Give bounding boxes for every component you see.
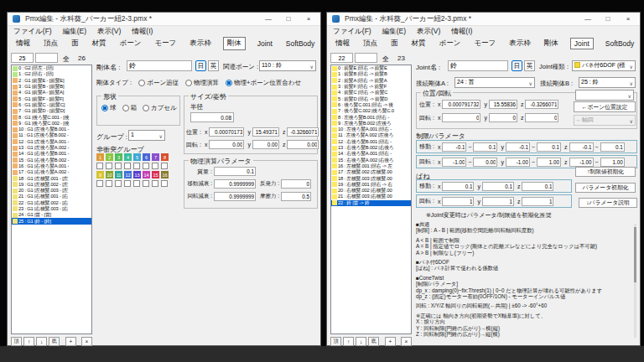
tab-頂点[interactable]: 頂点 — [361, 38, 379, 49]
rot-max-x-field[interactable] — [473, 158, 497, 167]
tab-ボーン[interactable]: ボーン — [118, 38, 143, 49]
position-x-field[interactable] — [209, 127, 244, 137]
collision-group-checkbox[interactable] — [106, 163, 112, 169]
list-filter-field[interactable] — [35, 53, 58, 63]
list-item[interactable]: 11 : G1 |左後ろ髪B.002 - — [12, 132, 91, 138]
collision-group-checkbox[interactable] — [152, 180, 158, 187]
move-min-y-field[interactable] — [506, 142, 530, 152]
collision-group-checkbox[interactable] — [96, 163, 103, 169]
list-index-field[interactable] — [11, 53, 34, 63]
position-y-field[interactable] — [489, 100, 517, 109]
collision-group-cell[interactable]: 10 — [106, 171, 113, 178]
list-item[interactable]: 6 : 後ろ髪C.001 |頭右 -> 後 — [331, 102, 411, 108]
radio-option[interactable]: 物理演算 — [185, 79, 219, 87]
bone-position-button[interactable]: ←ボーン位置設定 — [574, 101, 636, 112]
rotation-y-field[interactable] — [489, 113, 517, 122]
spring-move-y-field[interactable] — [482, 182, 514, 191]
group-combo[interactable]: 1 — [128, 130, 165, 141]
menu-編集(E)[interactable]: 編集(E) — [63, 27, 86, 37]
list-item[interactable]: 2 : 前髪A |頭右 -> 前髪A — [331, 78, 411, 84]
list-item[interactable]: 3 : 前髪F |頭右 -> 前髪F — [331, 84, 411, 90]
friction-field[interactable] — [281, 192, 311, 201]
menu-ファイル(F)[interactable]: ファイル(F) — [333, 27, 371, 37]
list-item[interactable]: 17 : 左横髪.002 |左横髪.00 — [331, 169, 411, 175]
collision-group-checkbox[interactable] — [124, 180, 131, 187]
list-item[interactable]: 18 : G1 |左横髪.001 - [左 — [12, 175, 91, 181]
list-top-button[interactable]: 頂 — [330, 337, 341, 346]
list-item[interactable]: 20 : G1 |左横髪.003 - [左 — [12, 188, 91, 194]
list-add-button[interactable]: + — [385, 337, 396, 346]
list-item[interactable]: 22 : 鈴 |首 -> 鈴 — [331, 200, 411, 206]
list-item[interactable]: 5 : 前髪D |頭右 -> 前髪D — [331, 96, 411, 101]
tab-表示枠[interactable]: 表示枠 — [507, 38, 532, 49]
list-item[interactable]: 1 : 前髪B |頭右 -> 前髪B — [331, 71, 411, 77]
list-item[interactable]: 15 : 右後ろ髪A.002 |右後ろ — [331, 157, 411, 163]
collision-group-cell[interactable]: 6 — [143, 153, 150, 161]
list-item[interactable]: 17 : G1 |右後ろ髪A.002 - — [12, 169, 91, 175]
repulsion-field[interactable] — [281, 179, 311, 189]
collision-group-checkbox[interactable] — [161, 180, 168, 187]
collision-group-cell[interactable]: 9 — [96, 171, 104, 178]
radio-option[interactable]: 箱 — [122, 104, 138, 112]
description-scrollbar-thumb[interactable] — [634, 227, 636, 282]
position-z-field[interactable] — [287, 127, 319, 137]
tab-頂点[interactable]: 頂点 — [42, 38, 60, 49]
list-item[interactable]: 18 : 左横髪.003 |左横髪.00 — [331, 175, 411, 181]
collision-group-checkbox[interactable] — [115, 180, 122, 187]
list-item[interactable]: 16 : 左横髪.001 |頭右 -> 左 — [331, 163, 411, 169]
axis-preset-combo[interactable] — [575, 90, 634, 101]
list-item[interactable]: 7 : 後ろ髪C.002 |後ろ髪C.0 — [331, 108, 411, 114]
radio-option[interactable]: ボーン追従 — [138, 79, 179, 87]
list-item[interactable]: 3 : G1 |前髪B - [前髪B] — [12, 84, 91, 90]
collision-group-cell[interactable]: 4 — [124, 153, 132, 161]
list-item[interactable]: 23 : G1 |右横髪.003 - [右 — [12, 206, 91, 212]
position-z-field[interactable] — [525, 100, 558, 109]
collision-group-checkbox[interactable] — [152, 163, 158, 169]
rot-min-y-field[interactable] — [506, 158, 530, 167]
tab-材質[interactable]: 材質 — [410, 38, 428, 49]
rotation-y-field[interactable] — [252, 140, 279, 149]
list-item[interactable]: 12 : G1 |左後ろ髪A.001 - — [12, 139, 91, 145]
menu-表示(V)[interactable]: 表示(V) — [97, 27, 121, 37]
move-min-z-field[interactable] — [569, 142, 594, 152]
tab-ボーン[interactable]: ボーン — [438, 38, 463, 49]
list-item[interactable]: 1 : G2 |頭右 - [頭] — [12, 71, 91, 77]
collision-group-checkbox[interactable] — [133, 163, 140, 169]
close-button[interactable]: × — [299, 13, 319, 25]
rotation-x-field[interactable] — [442, 113, 480, 122]
list-filter-field[interactable] — [355, 53, 377, 63]
list-item[interactable]: 4 : 前髪C |頭右 -> 前髪C — [331, 90, 411, 96]
list-item[interactable]: 0 : G2 |頭左 - [頭] — [12, 65, 91, 71]
list-item[interactable]: 20 : 右横髪.002 |右横髪.00 — [331, 188, 411, 194]
list-down-button[interactable]: ↓ — [356, 337, 366, 346]
rot-max-y-field[interactable] — [537, 158, 561, 167]
joint-list[interactable]: 0 : 前髪E |頭右 -> 前髪E1 : 前髪B |頭右 -> 前髪B2 : … — [330, 65, 412, 334]
list-up-button[interactable]: ↑ — [343, 337, 354, 346]
radius-field[interactable] — [190, 112, 234, 122]
param-description-button[interactable]: ↓パラメータ説明 — [579, 198, 637, 208]
list-index-field[interactable] — [330, 53, 353, 63]
tab-Joint[interactable]: Joint — [570, 38, 594, 49]
menu-情報(I)[interactable]: 情報(I) — [132, 27, 153, 37]
move-max-z-field[interactable] — [600, 142, 625, 152]
tab-表示枠[interactable]: 表示枠 — [188, 38, 213, 49]
list-item[interactable]: 13 : 右後ろ髪B.002 |右後ろ — [331, 145, 411, 151]
lang-ja-button[interactable]: 日 — [195, 60, 206, 71]
titlebar[interactable]: Pmx編集 - 水科葵_パーカー紐2-3.pmx * — □ × — [8, 13, 320, 26]
list-item[interactable]: 12 : 右後ろ髪B.001 |頭右 - — [331, 139, 411, 145]
menu-情報(I)[interactable]: 情報(I) — [451, 27, 472, 37]
collision-group-checkbox[interactable] — [143, 163, 149, 169]
collision-group-cell[interactable]: 14 — [143, 171, 150, 178]
list-item[interactable]: 19 : G1 |左横髪.002 - [左 — [12, 182, 91, 188]
description-scrollbar[interactable] — [634, 224, 636, 338]
lang-en-button[interactable]: 英 — [524, 60, 535, 71]
list-item[interactable]: 0 : 前髪E |頭右 -> 前髪E — [331, 65, 411, 71]
collision-group-checkbox[interactable] — [124, 163, 131, 169]
rotation-z-field[interactable] — [525, 113, 558, 122]
position-y-field[interactable] — [252, 127, 279, 137]
collision-group-cell[interactable]: 13 — [133, 171, 141, 178]
list-item[interactable]: 8 : G1 |後ろ髪C.001 - [後 — [12, 114, 91, 120]
joint-type-combo[interactable]: バネ付6DOF (標 — [572, 60, 636, 71]
list-delete-button[interactable]: × — [81, 337, 92, 346]
list-item[interactable]: 25 : G1 |鈴 - [鈴] — [12, 218, 91, 224]
